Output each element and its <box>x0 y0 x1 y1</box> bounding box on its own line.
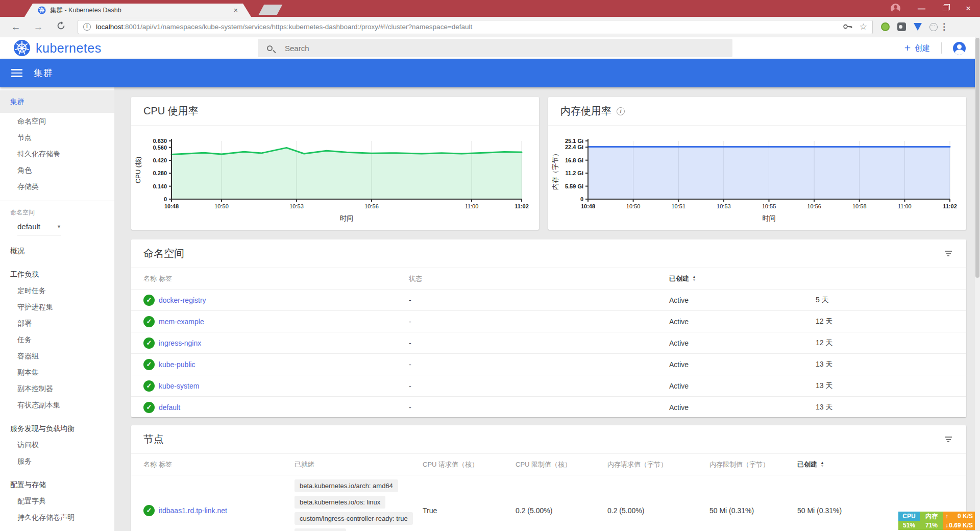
password-key-icon[interactable] <box>843 22 852 32</box>
sidebar-item[interactable]: 概况 <box>0 243 114 259</box>
column-header-label: 名称 <box>143 274 157 283</box>
extension-circle-icon[interactable] <box>929 23 938 31</box>
status-cell: Active <box>669 360 816 369</box>
url-text[interactable]: localhost:8001/api/v1/namespaces/kube-sy… <box>96 23 836 31</box>
label-chip: beta.kubernetes.io/arch: amd64 <box>295 479 398 492</box>
column-header-label: 已创建 <box>797 460 817 469</box>
labels-cell: - <box>409 403 669 412</box>
svg-text:11:00: 11:00 <box>465 203 479 209</box>
svg-text:16.8 Gi: 16.8 Gi <box>565 157 583 163</box>
column-header[interactable]: 已创建▲▼ <box>797 460 954 469</box>
minimize-button[interactable]: — <box>918 0 925 17</box>
table-row: ✓mem-example-Active12 天 <box>131 310 966 332</box>
status-ok-icon: ✓ <box>143 380 155 392</box>
svg-text:0.630: 0.630 <box>153 138 167 144</box>
sidebar-item[interactable]: 有状态副本集 <box>0 397 114 413</box>
search-icon <box>267 45 273 51</box>
sidebar-item[interactable]: 存储类 <box>0 178 114 195</box>
url-bar[interactable]: i localhost:8001/api/v1/namespaces/kube-… <box>78 20 873 34</box>
sidebar-item[interactable]: 副本控制器 <box>0 380 114 397</box>
sidebar-item[interactable]: 容器组 <box>0 348 114 364</box>
age-cell: 13 天 <box>816 381 954 391</box>
column-header-label: 已创建 <box>669 274 689 283</box>
sidebar-item[interactable]: 工作负载 <box>0 266 114 282</box>
sidebar-item[interactable]: 节点 <box>0 129 114 146</box>
tab-close-icon[interactable]: × <box>234 6 238 14</box>
page-info-icon[interactable]: i <box>83 23 91 31</box>
namespace-link[interactable]: docker-registry <box>159 296 409 304</box>
browser-tab[interactable]: 集群 - Kubernetes Dashb × <box>24 4 251 17</box>
column-header[interactable]: 名称▲▼ <box>143 274 159 283</box>
column-header-label: CPU 请求值（核） <box>423 460 478 469</box>
sidebar-item[interactable]: 配置字典 <box>0 493 114 509</box>
label-chip: ingress: proxy <box>295 528 346 531</box>
age-cell: 12 天 <box>816 317 954 326</box>
browser-profile-icon[interactable] <box>891 4 900 13</box>
scrollbar-thumb[interactable] <box>975 38 979 278</box>
header-divider <box>941 42 942 54</box>
reload-icon <box>57 21 65 30</box>
svg-text:10:48: 10:48 <box>581 203 595 209</box>
svg-text:10:53: 10:53 <box>717 203 731 209</box>
nodes-table-body: ✓itdbaas1.rd.tp-link.netbeta.kubernetes.… <box>131 475 966 531</box>
cpu-limit-cell: 0.2 (5.00%) <box>607 506 709 515</box>
forward-button[interactable]: → <box>31 21 46 33</box>
filter-icon[interactable] <box>943 248 954 260</box>
nodes-table-header: 名称▲▼标签已就绪CPU 请求值（核）CPU 限制值（核）内存请求值（字节）内存… <box>131 454 966 475</box>
sidebar-item[interactable]: 服务 <box>0 453 114 469</box>
monitor-cpu: CPU 51% <box>898 512 920 530</box>
monitor-memory-value: 71% <box>920 521 943 530</box>
namespace-link[interactable]: kube-system <box>159 382 409 390</box>
namespace-link[interactable]: mem-example <box>159 318 409 326</box>
namespace-select[interactable]: default▼ <box>17 222 61 235</box>
namespace-link[interactable]: kube-public <box>159 360 409 369</box>
namespace-link[interactable]: default <box>159 403 409 412</box>
column-header[interactable]: 名称▲▼ <box>143 460 159 469</box>
restore-button[interactable] <box>943 6 948 11</box>
page-scrollbar[interactable] <box>975 37 980 531</box>
search-input[interactable] <box>285 44 540 53</box>
sidebar-item[interactable]: 任务 <box>0 331 114 348</box>
extension-evernote-icon[interactable] <box>897 22 906 31</box>
namespace-link[interactable]: ingress-nginx <box>159 339 409 347</box>
monitor-memory: 内存 71% <box>920 512 943 530</box>
age-cell: 5 天 <box>816 296 954 305</box>
sidebar-item[interactable]: 访问权 <box>0 437 114 453</box>
window-close-button[interactable]: × <box>966 0 971 17</box>
filter-icon[interactable] <box>943 433 954 446</box>
sidebar-item[interactable]: 集群 <box>0 90 114 113</box>
status-cell: Active <box>669 403 816 412</box>
sidebar-item[interactable]: 命名空间 <box>0 113 114 129</box>
ready-cell: True <box>423 506 516 515</box>
create-button[interactable]: + 创建 <box>904 43 930 53</box>
column-header[interactable]: 已创建▲▼ <box>669 274 816 283</box>
hamburger-menu-icon[interactable] <box>11 67 22 79</box>
sidebar-item[interactable]: 持久化存储卷 <box>0 146 114 162</box>
reload-button[interactable] <box>53 21 68 33</box>
sidebar-item[interactable]: 守护进程集 <box>0 299 114 315</box>
bookmark-star-icon[interactable]: ☆ <box>860 21 867 32</box>
node-link[interactable]: itdbaas1.rd.tp-link.net <box>159 506 295 515</box>
browser-menu-icon[interactable]: ⋮ <box>940 21 948 32</box>
info-icon[interactable]: i <box>617 107 625 115</box>
extension-green-icon[interactable] <box>881 22 890 31</box>
sidebar-item[interactable]: 角色 <box>0 162 114 178</box>
sidebar-item[interactable]: 服务发现与负载均衡 <box>0 420 114 437</box>
kubernetes-logo[interactable]: kubernetes <box>13 39 102 57</box>
account-icon[interactable] <box>953 42 966 55</box>
extension-v-icon[interactable] <box>914 23 922 31</box>
sidebar-item[interactable]: 部署 <box>0 315 114 331</box>
age-cell: 13 天 <box>816 360 954 369</box>
cpu-request-cell: 0.2 (5.00%) <box>516 506 607 515</box>
svg-text:11.2 Gi: 11.2 Gi <box>566 170 583 176</box>
monitor-upload-value: 0 K/S <box>958 513 973 520</box>
svg-text:0: 0 <box>580 196 583 202</box>
new-tab-button[interactable] <box>259 5 283 15</box>
sidebar-item[interactable]: 副本集 <box>0 364 114 380</box>
sidebar-item[interactable]: 持久化存储卷声明 <box>0 509 114 525</box>
sidebar-item[interactable]: 配置与存储 <box>0 476 114 493</box>
nodes-card-title: 节点 <box>143 432 164 446</box>
back-button[interactable]: ← <box>8 21 23 33</box>
sidebar-item[interactable]: 定时任务 <box>0 282 114 299</box>
search-box[interactable] <box>258 39 732 57</box>
